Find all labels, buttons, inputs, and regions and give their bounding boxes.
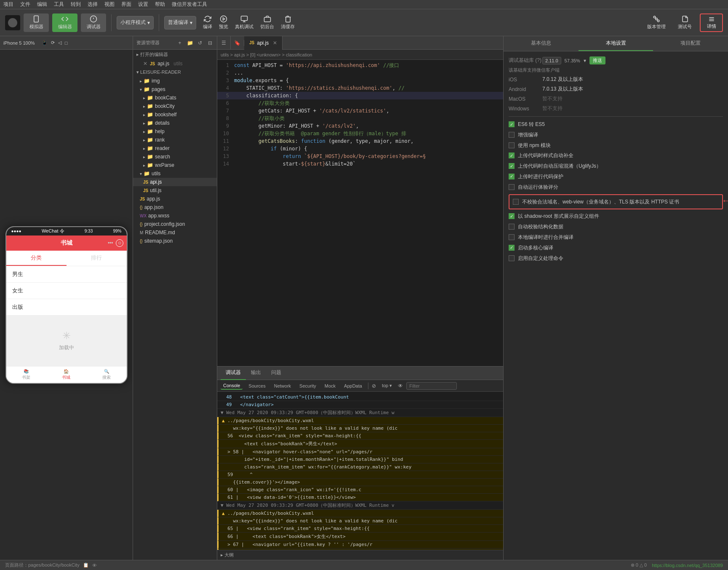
tree-item-utiljs[interactable]: JS util.js [133, 186, 217, 195]
remote-debug-action[interactable]: 真机调试 [235, 15, 253, 30]
tree-item-details[interactable]: ▸ 📁 details [133, 119, 217, 127]
tree-item-bookcats[interactable]: ▸ 📁 bookCats [133, 94, 217, 102]
tree-item-pages[interactable]: ▾ 📁 pages [133, 85, 217, 94]
split-editor-icon[interactable]: ☰ [217, 36, 231, 50]
menu-project[interactable]: 项目 [3, 1, 13, 8]
right-tab-project[interactable]: 项目配置 [653, 36, 728, 51]
cutback-action[interactable]: 切后台 [260, 15, 274, 30]
tree-item-appwxss[interactable]: WX app.wxss [133, 211, 217, 220]
iphone-nav-search[interactable]: 🔍 搜索 [86, 367, 126, 383]
eye-status-icon[interactable]: 👁 [92, 563, 97, 568]
menu-select[interactable]: 选择 [88, 1, 98, 8]
menu-file[interactable]: 文件 [20, 1, 30, 8]
console-inner-tab-appdata[interactable]: AppData [341, 383, 365, 389]
console-outer-tab-output[interactable]: 输出 [246, 367, 266, 380]
collapse-tree-icon[interactable]: ⊟ [207, 40, 213, 46]
simulator-button[interactable]: 模拟器 [24, 13, 49, 32]
cb-enhanced[interactable] [509, 132, 515, 138]
copy-path-icon[interactable]: 📋 [83, 562, 89, 568]
menu-interface[interactable]: 界面 [121, 1, 131, 8]
cb-uglify[interactable]: ✓ [509, 163, 515, 169]
tree-item-bookcity[interactable]: ▸ 📁 bookCity [133, 102, 217, 110]
test-button[interactable]: 测试号 [673, 13, 696, 32]
root-folder-label[interactable]: ▾ LEISURE-READER [133, 68, 217, 77]
iphone-list-female[interactable]: 女生 [6, 283, 127, 299]
tree-item-wxparse[interactable]: ▸ 📁 wxParse [133, 161, 217, 169]
iphone-more-icon[interactable]: ••• [108, 240, 113, 246]
right-tab-basic[interactable]: 基本信息 [504, 36, 579, 51]
iphone-search-icon[interactable]: ⊙ [116, 239, 123, 247]
cb-multicore[interactable]: ✓ [509, 245, 515, 251]
editor-tab-apiJs[interactable]: JS api.js ✕ [244, 36, 283, 50]
cb-npm[interactable] [509, 142, 515, 148]
console-inner-tab-security[interactable]: Security [297, 383, 319, 389]
tree-item-readme[interactable]: M README.md [133, 228, 217, 237]
refresh-action[interactable]: 编译 [203, 15, 212, 30]
console-outer-tab-issues[interactable]: 问题 [266, 367, 286, 380]
tree-item-rank[interactable]: ▸ 📁 rank [133, 136, 217, 144]
debugger-button[interactable]: 调试器 [81, 13, 106, 32]
version-mgmt-button[interactable]: 版本管理 [643, 13, 670, 32]
tree-item-bookshelf[interactable]: ▸ 📁 bookshelf [133, 110, 217, 119]
iphone-tab-rank[interactable]: 排行 [67, 251, 127, 266]
clear-console-icon[interactable]: ⊘ [372, 383, 376, 389]
iphone-list-male[interactable]: 男生 [6, 266, 127, 283]
cb-autorun[interactable] [509, 184, 515, 190]
refresh-tree-icon[interactable]: ↺ [197, 40, 203, 46]
menu-edit[interactable]: 编辑 [37, 1, 47, 8]
device-selector[interactable]: iPhone 5 100% [3, 40, 35, 45]
compile-dropdown[interactable]: 普通编译 ▾ [164, 16, 196, 29]
bookmark-icon[interactable]: 🔖 [231, 40, 244, 46]
tree-item-appjson[interactable]: {} app.json [133, 203, 217, 211]
open-editor-item-api[interactable]: ✕ JS api.js utils [133, 59, 217, 68]
mode-dropdown[interactable]: 小程序模式 ▾ [117, 16, 154, 29]
iphone-list-publish[interactable]: 出版 [6, 299, 127, 316]
clean-action[interactable]: 清缓存 [281, 15, 295, 30]
tree-item-projectconfig[interactable]: {} project.config.json [133, 220, 217, 228]
new-file-icon[interactable]: + [176, 40, 183, 46]
iphone-tab-category[interactable]: 分类 [6, 251, 67, 266]
tree-item-apijs[interactable]: JS api.js [133, 178, 217, 186]
rotate-icon[interactable]: 📱 [42, 40, 48, 45]
iphone-nav-bookshelf[interactable]: 📚 书架 [6, 367, 46, 383]
tree-item-search[interactable]: ▸ 📁 search [133, 153, 217, 161]
eye-icon[interactable]: 👁 [398, 383, 403, 389]
menu-help[interactable]: 帮助 [155, 1, 165, 8]
tree-item-img[interactable]: ▸ 📁 img [133, 77, 217, 85]
top-selector[interactable]: top ▾ [379, 382, 395, 389]
console-inner-tab-console[interactable]: Console [221, 382, 243, 390]
detail-button[interactable]: 详情 [700, 13, 723, 32]
console-inner-tab-network[interactable]: Network [272, 383, 293, 389]
cb-shadow[interactable]: ✓ [509, 213, 515, 219]
blog-link[interactable]: https://blog.csdn.net/qq_35132089 [652, 563, 723, 568]
close-file-icon[interactable]: ✕ [143, 61, 147, 67]
console-inner-tab-sources[interactable]: Sources [246, 383, 268, 389]
phone-toolbar-icon2[interactable]: ◁ [58, 40, 61, 45]
console-inner-tab-mock[interactable]: Mock [322, 383, 338, 389]
menu-wechat-devtools[interactable]: 微信开发者工具 [172, 1, 207, 8]
new-folder-icon[interactable]: 📁 [187, 40, 193, 46]
tab-close-icon[interactable]: ✕ [273, 40, 277, 46]
menu-goto[interactable]: 转到 [71, 1, 81, 8]
cb-protect[interactable]: ✓ [509, 174, 515, 179]
tree-item-appjs[interactable]: JS app.js [133, 195, 217, 203]
tree-item-sitemapjson[interactable]: {} sitemap.json [133, 237, 217, 245]
tree-item-help[interactable]: ▸ 📁 help [133, 127, 217, 136]
right-tab-local[interactable]: 本地设置 [579, 36, 653, 51]
cb-domain[interactable] [513, 199, 519, 205]
open-editors-section[interactable]: ▸ 打开的编辑器 [133, 50, 217, 59]
cb-es6[interactable]: ✓ [509, 121, 515, 127]
editor-button[interactable]: 编辑器 [52, 13, 77, 32]
menu-view[interactable]: 视图 [104, 1, 115, 8]
iphone-nav-bookcity[interactable]: 🏠 书城 [46, 367, 86, 383]
cb-merge[interactable] [509, 234, 515, 240]
tree-item-utils[interactable]: ▾ 📁 utils [133, 169, 217, 178]
cb-validate[interactable] [509, 224, 515, 230]
console-outer-tab-debugger[interactable]: 调试器 [221, 367, 246, 380]
cb-style[interactable]: ✓ [509, 153, 515, 158]
outline-section[interactable]: ▸ 大纲 [217, 550, 503, 560]
console-filter-input[interactable] [406, 382, 457, 390]
code-editor[interactable]: utils > api.js > [0] <unknown> > classif… [217, 50, 503, 366]
menu-tools[interactable]: 工具 [54, 1, 64, 8]
tree-item-reader[interactable]: ▸ 📁 reader [133, 144, 217, 153]
